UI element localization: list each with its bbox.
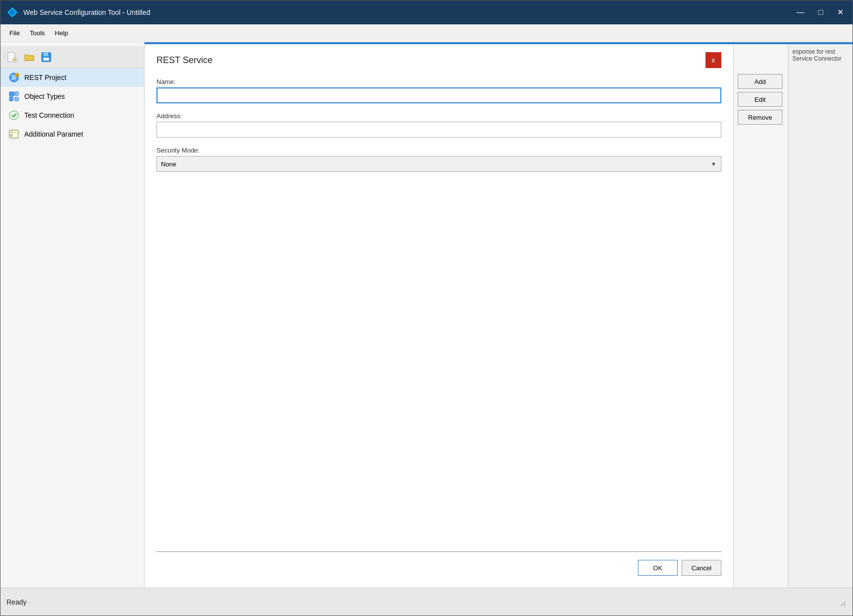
maximize-button[interactable]: □	[815, 7, 826, 17]
security-mode-label: Security Mode:	[156, 147, 721, 154]
rest-project-label: REST Project	[24, 74, 67, 81]
sidebar-item-object-types[interactable]: Object Types	[0, 87, 144, 106]
dialog-close-button[interactable]: x	[705, 52, 721, 68]
security-mode-wrapper: None Basic OAuth Certificate ▼	[156, 156, 721, 172]
title-bar: Web Service Configuration Tool - Untitle…	[0, 0, 853, 24]
main-content: REST Project Object Types	[0, 42, 853, 588]
dialog-title: REST Service	[156, 55, 213, 66]
window-title: Web Service Configuration Tool - Untitle…	[23, 8, 793, 16]
status-bar: Ready	[0, 588, 853, 616]
minimize-button[interactable]: —	[793, 7, 807, 17]
close-button[interactable]: ✕	[834, 7, 847, 17]
status-text: Ready	[6, 598, 837, 606]
test-connection-label: Test Connection	[24, 111, 74, 119]
sidebar: REST Project Object Types	[0, 42, 145, 588]
object-types-label: Object Types	[24, 92, 65, 100]
right-panel: REST Service x Name: Address:	[145, 42, 853, 588]
test-connection-icon	[8, 110, 19, 121]
main-window: Web Service Configuration Tool - Untitle…	[0, 0, 853, 616]
edit-button[interactable]: Edit	[738, 92, 782, 107]
security-mode-form-group: Security Mode: None Basic OAuth Certific…	[156, 147, 721, 172]
svg-text:fx: fx	[10, 134, 13, 137]
svg-rect-8	[43, 58, 49, 61]
dialog-spacer	[156, 181, 721, 551]
object-types-icon	[8, 91, 19, 102]
status-grip	[837, 597, 847, 607]
menu-file[interactable]: File	[4, 27, 25, 39]
add-button[interactable]: Add	[738, 74, 782, 89]
security-mode-select[interactable]: None Basic OAuth Certificate	[156, 156, 721, 172]
far-right-panel: esponse for rest Service Connector	[788, 44, 853, 588]
menu-help[interactable]: Help	[50, 27, 73, 39]
menu-bar: File Tools Help	[0, 24, 853, 42]
name-input[interactable]	[156, 87, 721, 103]
address-label: Address:	[156, 112, 721, 120]
address-input[interactable]	[156, 122, 721, 138]
action-panel: Add Edit Remove	[733, 44, 788, 588]
svg-rect-7	[43, 53, 48, 56]
far-right-text-1: esponse for rest	[792, 48, 849, 55]
dialog-header: REST Service x	[156, 52, 721, 68]
name-form-group: Name:	[156, 78, 721, 103]
cancel-button[interactable]: Cancel	[682, 560, 721, 576]
svg-rect-13	[9, 97, 13, 101]
sidebar-item-rest-project[interactable]: REST Project	[0, 68, 144, 87]
additional-params-icon: fx	[8, 129, 19, 140]
dialog-area: REST Service x Name: Address:	[145, 44, 853, 588]
ok-button[interactable]: OK	[638, 560, 678, 576]
svg-point-15	[9, 111, 18, 120]
toolbar	[0, 46, 144, 68]
address-form-group: Address:	[156, 112, 721, 138]
dialog-footer-divider	[156, 551, 721, 552]
additional-params-label: Additional Paramet	[24, 130, 83, 138]
remove-button[interactable]: Remove	[738, 110, 782, 125]
window-controls: — □ ✕	[793, 7, 847, 17]
new-button[interactable]	[4, 49, 20, 65]
svg-line-22	[845, 605, 846, 606]
menu-tools[interactable]: Tools	[25, 27, 50, 39]
name-label: Name:	[156, 78, 721, 85]
save-button[interactable]	[38, 49, 54, 65]
app-icon	[6, 6, 18, 18]
rest-project-icon	[8, 72, 19, 83]
open-button[interactable]	[21, 49, 37, 65]
sidebar-item-additional-params[interactable]: fx Additional Paramet	[0, 125, 144, 144]
svg-rect-11	[9, 92, 14, 96]
far-right-text-2: Service Connector	[792, 55, 849, 62]
dialog-panel: REST Service x Name: Address:	[145, 44, 733, 588]
sidebar-item-test-connection[interactable]: Test Connection	[0, 106, 144, 125]
svg-rect-12	[15, 92, 18, 95]
dialog-buttons: OK Cancel	[156, 560, 721, 580]
svg-rect-14	[15, 97, 18, 101]
